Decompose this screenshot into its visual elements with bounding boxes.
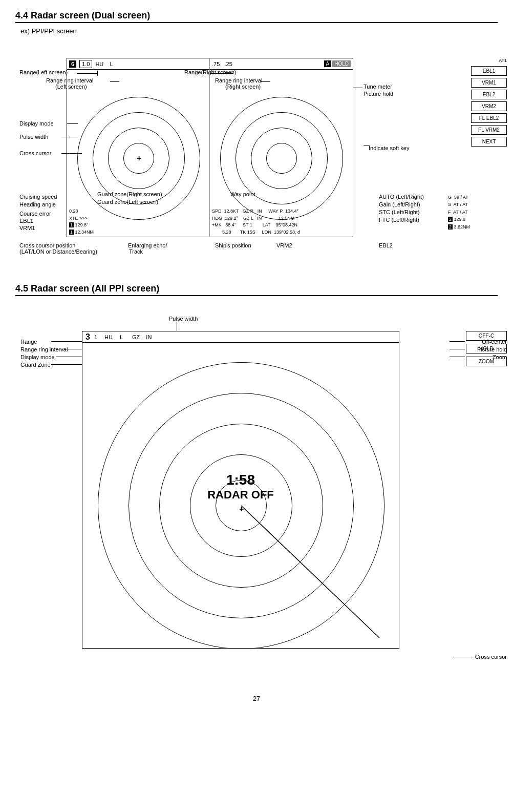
pulse-width-45-label: Pulse width [169, 316, 198, 322]
display-mode-44-label: Display mode [19, 120, 54, 127]
l-label: L [120, 334, 123, 340]
ebl1-annot-label: EBL1 [19, 218, 33, 224]
data-r2: XTE >>> [69, 215, 94, 222]
section-44-title: 4.4 Radar screen (Dual screen) [15, 10, 498, 23]
left-screen-header: 6 1.0 HU L [67, 58, 209, 70]
latlon-label: (LAT/LON or Distance/Bearing) [19, 248, 97, 255]
in-label: IN [146, 334, 152, 340]
a-label: A [324, 60, 332, 67]
heading-angle-label: Heading angle [19, 201, 56, 207]
indicate-soft-key-label: Indicate soft key [369, 145, 410, 151]
radar-off-display: 1:58 RADAR OFF [207, 472, 274, 502]
ph-arrow [450, 349, 465, 349]
picture-hold-label: Picture hold [364, 91, 393, 97]
enlarging-echo-label: Enlarging echo/ [128, 242, 167, 248]
radar-off-label: RADAR OFF [207, 488, 274, 502]
zoom-btn[interactable]: ZOOM [466, 357, 507, 366]
isk-arrow [364, 145, 370, 145]
range-box: 6 [69, 60, 76, 68]
oc-arrow [450, 341, 465, 342]
single-header: 3 1 HU L GZ IN [82, 331, 399, 343]
soft-key-panel: AT1 EBL1 VRM1 EBL2 VRM2 FL EBL2 FL VRM2 … [471, 58, 507, 147]
right-data-panel: G 59 / AT S AT / AT F AT / AT 2 129.8 2 … [448, 194, 470, 231]
tune-arrow [353, 88, 362, 88]
fl-ebl2-softkey[interactable]: FL EBL2 [471, 113, 507, 123]
vrm2-softkey[interactable]: VRM2 [471, 101, 507, 111]
radar-time: 1:58 [207, 472, 274, 488]
cross-cursor-44-label: Cross cursor [19, 150, 51, 156]
cc-45-arrow [453, 657, 474, 657]
hu-label: HU [104, 334, 113, 340]
range-ring-box: 1.0 [79, 60, 92, 68]
crosshair-single: + [239, 505, 244, 514]
range-right-val: .75 .25 [212, 61, 232, 67]
cruising-speed-label: Cruising speed [19, 194, 57, 200]
hold-label: HOLD [332, 60, 351, 67]
rd2: HDG 129.2° GZ L IN 12.5NM [212, 215, 300, 222]
rd1: SPD 12.8KT GZ R IN WAY P 134.4° [212, 208, 300, 215]
radar-container-45: Pulse width Range Range ring interval Di… [15, 310, 507, 679]
ships-position-label: Ship's position [215, 242, 251, 248]
ebl2-softkey[interactable]: EBL2 [471, 90, 507, 99]
tune-meter-label: Tune meter [364, 84, 392, 90]
gz-label: GZ [132, 334, 140, 340]
ftc-lr-label: FTC (Left/Right) [379, 217, 419, 223]
section-44: 4.4 Radar screen (Dual screen) ex) PPI/P… [15, 10, 498, 263]
z3-row: 2 3.62NM [448, 223, 470, 231]
fl-vrm2-softkey[interactable]: FL VRM2 [471, 125, 507, 135]
ppi-right-screen: .75 .25 A HOLD SPD 12.8KT GZ R IN W [210, 58, 353, 237]
ppi-left-screen: 6 1.0 HU L + 0.23 XTE >>> 1 [67, 58, 210, 237]
range-45-arrow [51, 341, 82, 342]
section-45: 4.5 Radar screen (All PPI screen) Pulse … [15, 283, 498, 679]
rd4: 5.28 TK 15S LON 139°02.53, d [212, 229, 300, 236]
data-r1: 0.23 [69, 208, 94, 215]
crosshair-left: + [137, 154, 141, 163]
next-softkey[interactable]: NEXT [471, 137, 507, 147]
off-center-btn[interactable]: OFF-C [466, 331, 507, 341]
range-num2: 1 [94, 334, 97, 340]
hold-btn[interactable]: HOLD [466, 344, 507, 353]
rd3: +MK 38.4° ST 1 LAT 35°08.42N [212, 222, 300, 229]
vrm1-softkey[interactable]: VRM1 [471, 78, 507, 88]
course-error-label: Course error [19, 211, 51, 217]
spacer [15, 300, 498, 310]
gain-lr-label: Gain (Left/Right) [379, 201, 420, 207]
cross-cursor-pos-label: Cross coursor position [19, 242, 75, 248]
data-r4: 1 12.34NM [69, 229, 94, 236]
right-panel-45: OFF-C HOLD ZOOM [466, 331, 507, 366]
range-left-label: Range(Left screen) [19, 69, 68, 75]
vrm2-annot-label: VRM2 [276, 242, 292, 248]
range-num: 3 [86, 332, 90, 342]
section-45-title: 4.5 Radar screen (All PPI screen) [15, 283, 498, 296]
pw-arrow-v [177, 322, 177, 332]
guard-zone-45-label: Guard Zone [20, 362, 51, 368]
range-ring-45-label: Range ring interval [20, 346, 68, 352]
section-44-subtitle: ex) PPI/PPI screen [20, 27, 498, 35]
display-mode-45-label: Display mode [20, 354, 55, 360]
ebl2-annot-label: EBL2 [379, 242, 393, 248]
g-row: G 59 / AT [448, 194, 470, 201]
s-row: S AT / AT [448, 201, 470, 208]
vrm1-annot-label: VRM1 [19, 225, 35, 231]
page-number: 27 [15, 695, 498, 702]
gz-45-arrow [51, 364, 82, 365]
radar-container-44: Range(Left screen) Range ring interval (… [15, 43, 507, 263]
range-45-label: Range [20, 339, 37, 345]
pulse-width-44-label: Pulse width [19, 134, 48, 140]
track-label: Track [129, 248, 143, 255]
right-screen-header: .75 .25 A HOLD [210, 58, 353, 70]
rri-45-arrow [56, 349, 82, 349]
ebl1-softkey[interactable]: EBL1 [471, 66, 507, 76]
left-data: 0.23 XTE >>> 1 129.8° 1 12.34NM [69, 208, 94, 236]
dual-screen: 6 1.0 HU L + 0.23 XTE >>> 1 [67, 58, 353, 237]
auto-lr-label: AUTO (Left/Right) [379, 194, 424, 200]
right-data: SPD 12.8KT GZ R IN WAY P 134.4° HDG 129.… [212, 208, 300, 236]
data-r3: 1 129.8° [69, 222, 94, 229]
dm-45-arrow [56, 357, 82, 357]
stc-lr-label: STC (Left/Right) [379, 209, 419, 215]
z2-row: 2 129.8 [448, 216, 470, 223]
ring-r4 [266, 143, 297, 174]
f-row: F AT / AT [448, 209, 470, 216]
single-ppi-screen: 3 1 HU L GZ IN 1:58 RADAR OFF [82, 331, 399, 649]
cross-cursor-45-label: Cross cursor [475, 654, 507, 660]
